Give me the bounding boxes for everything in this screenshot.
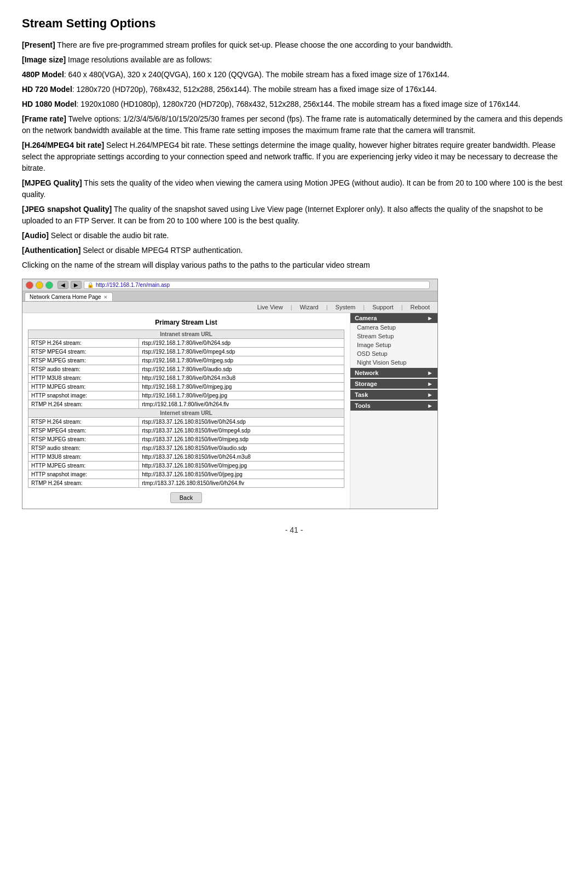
- browser-nav: ◀ ▶ 🔒 http://192.168.1.7/en/main.asp: [53, 281, 434, 289]
- label-image-size: [Image size]: [22, 55, 66, 64]
- label-auth: [Authentication]: [22, 246, 80, 255]
- table-row: RTSP MJPEG stream:rtsp://192.168.1.7:80/…: [28, 356, 344, 365]
- paragraph-480p: 480P Model: 640 x 480(VGA), 320 x 240(QV…: [22, 69, 566, 80]
- table-row: RTSP H.264 stream:rtsp://183.37.126.180:…: [28, 418, 344, 426]
- table-row: RTMP H.264 stream:rtmp://183.37.126.180:…: [28, 479, 344, 488]
- text-audio: Select or disable the audio bit rate.: [49, 231, 169, 240]
- text-present: There are five pre-programmed stream pro…: [55, 41, 453, 49]
- sidebar-section-header[interactable]: Camera►: [350, 313, 437, 323]
- label-frame-rate: [Frame rate]: [22, 114, 66, 123]
- active-tab[interactable]: Network Camera Home Page ✕: [25, 292, 113, 301]
- label-audio: [Audio]: [22, 231, 49, 240]
- table-row: RTSP MPEG4 stream:rtsp://183.37.126.180:…: [28, 426, 344, 435]
- nav-system[interactable]: System: [333, 304, 358, 310]
- table-row: HTTP M3U8 stream:http://183.37.126.180:8…: [28, 453, 344, 462]
- table-row: RTSP MPEG4 stream:rtsp://192.168.1.7:80/…: [28, 348, 344, 356]
- camera-main: Primary Stream List Intranet stream URLR…: [22, 313, 437, 509]
- text-clicking: Clicking on the name of the stream will …: [22, 261, 370, 269]
- sidebar-item-osd-setup[interactable]: OSD Setup: [350, 349, 437, 358]
- tab-label: Network Camera Home Page: [30, 294, 101, 300]
- nav-wizard[interactable]: Wizard: [297, 304, 320, 310]
- text-hd720: : 1280x720 (HD720p), 768x432, 512x288, 2…: [72, 85, 437, 94]
- address-bar[interactable]: 🔒 http://192.168.1.7/en/main.asp: [84, 281, 430, 289]
- stream-table: Intranet stream URLRTSP H.264 stream:rts…: [28, 330, 344, 488]
- label-480p: 480P Model: [22, 70, 64, 79]
- table-row: HTTP M3U8 stream:http://192.168.1.7:80/l…: [28, 374, 344, 383]
- table-row: HTTP snapshot image:http://183.37.126.18…: [28, 470, 344, 479]
- browser-titlebar: ◀ ▶ 🔒 http://192.168.1.7/en/main.asp: [22, 279, 437, 291]
- maximize-button[interactable]: [45, 281, 53, 289]
- table-row: RTSP H.264 stream:rtsp://192.168.1.7:80/…: [28, 339, 344, 348]
- close-button[interactable]: [26, 281, 33, 289]
- sidebar-section-header[interactable]: Network►: [350, 368, 437, 378]
- paragraph-audio: [Audio] Select or disable the audio bit …: [22, 230, 566, 241]
- page-footer: - 41 -: [22, 526, 566, 534]
- label-hd1080: HD 1080 Model: [22, 100, 77, 108]
- content-area: [Present] There are five pre-programmed …: [22, 39, 566, 271]
- text-hd1080: : 1920x1080 (HD1080p), 1280x720 (HD720p)…: [77, 100, 521, 108]
- nav-support[interactable]: Support: [370, 304, 396, 310]
- paragraph-h264: [H.264/MPEG4 bit rate] Select H.264/MPEG…: [22, 140, 566, 174]
- paragraph-frame-rate: [Frame rate] Twelve options: 1/2/3/4/5/6…: [22, 113, 566, 136]
- table-row: RTMP H.264 stream:rtmp://192.168.1.7:80/…: [28, 400, 344, 409]
- stream-table-title: Primary Stream List: [28, 319, 344, 326]
- paragraph-clicking: Clicking on the name of the stream will …: [22, 259, 566, 271]
- sidebar-section: Storage►: [350, 379, 437, 389]
- tab-bar: Network Camera Home Page ✕: [22, 291, 437, 302]
- minimize-button[interactable]: [36, 281, 43, 289]
- camera-sidebar: Camera►Camera SetupStream SetupImage Set…: [350, 313, 437, 509]
- text-auth: Select or disable MPEG4 RTSP authenticat…: [80, 246, 243, 255]
- address-text: http://192.168.1.7/en/main.asp: [96, 282, 170, 288]
- browser-screenshot: ◀ ▶ 🔒 http://192.168.1.7/en/main.asp Net…: [22, 279, 438, 509]
- sidebar-section: Network►: [350, 368, 437, 378]
- table-row: RTSP MJPEG stream:rtsp://183.37.126.180:…: [28, 435, 344, 444]
- camera-topbar: Live View | Wizard | System | Support | …: [22, 302, 437, 313]
- sidebar-item-image-setup[interactable]: Image Setup: [350, 341, 437, 349]
- paragraph-image-size: [Image size] Image resolutions available…: [22, 54, 566, 66]
- window-controls: [26, 281, 53, 289]
- text-frame-rate: Twelve options: 1/2/3/4/5/6/8/10/15/20/2…: [22, 114, 563, 135]
- sidebar-item-stream-setup[interactable]: Stream Setup: [350, 332, 437, 341]
- sidebar-section: Camera►Camera SetupStream SetupImage Set…: [350, 313, 437, 367]
- text-480p: : 640 x 480(VGA), 320 x 240(QVGA), 160 x…: [64, 70, 449, 79]
- address-icon: 🔒: [87, 282, 94, 288]
- paragraph-mjpeg: [MJPEG Quality] This sets the quality of…: [22, 177, 566, 200]
- label-jpeg: [JPEG snapshot Quality]: [22, 205, 112, 214]
- sidebar-section-header[interactable]: Storage►: [350, 379, 437, 389]
- text-image-size: Image resolutions available are as follo…: [66, 55, 212, 64]
- back-nav-button[interactable]: ◀: [57, 281, 68, 289]
- nav-liveview[interactable]: Live View: [255, 304, 285, 310]
- label-h264: [H.264/MPEG4 bit rate]: [22, 141, 104, 149]
- table-row: HTTP snapshot image:http://192.168.1.7:8…: [28, 391, 344, 400]
- back-button[interactable]: Back: [170, 492, 202, 503]
- camera-content: Primary Stream List Intranet stream URLR…: [22, 313, 350, 509]
- table-row: HTTP MJPEG stream:http://183.37.126.180:…: [28, 462, 344, 470]
- paragraph-jpeg: [JPEG snapshot Quality] The quality of t…: [22, 204, 566, 227]
- sidebar-section-header[interactable]: Task►: [350, 390, 437, 400]
- label-hd720: HD 720 Model: [22, 85, 72, 94]
- nav-reboot[interactable]: Reboot: [408, 304, 432, 310]
- paragraph-present: [Present] There are five pre-programmed …: [22, 39, 566, 51]
- label-mjpeg: [MJPEG Quality]: [22, 178, 82, 187]
- sidebar-item-camera-setup[interactable]: Camera Setup: [350, 323, 437, 332]
- sidebar-section: Task►: [350, 390, 437, 400]
- table-row: RTSP audio stream:rtsp://183.37.126.180:…: [28, 444, 344, 453]
- paragraph-hd1080: HD 1080 Model: 1920x1080 (HD1080p), 1280…: [22, 99, 566, 110]
- label-present: [Present]: [22, 41, 55, 49]
- sidebar-section: Tools►: [350, 401, 437, 411]
- page-title: Stream Setting Options: [22, 16, 566, 31]
- paragraph-auth: [Authentication] Select or disable MPEG4…: [22, 245, 566, 256]
- tab-close-icon[interactable]: ✕: [103, 295, 108, 300]
- paragraph-hd720: HD 720 Model: 1280x720 (HD720p), 768x432…: [22, 84, 566, 95]
- table-row: RTSP audio stream:rtsp://192.168.1.7:80/…: [28, 365, 344, 374]
- sidebar-item-night-vision-setup[interactable]: Night Vision Setup: [350, 358, 437, 367]
- sidebar-section-header[interactable]: Tools►: [350, 401, 437, 411]
- text-mjpeg: This sets the quality of the video when …: [22, 178, 562, 199]
- forward-nav-button[interactable]: ▶: [71, 281, 82, 289]
- table-row: HTTP MJPEG stream:http://192.168.1.7:80/…: [28, 383, 344, 391]
